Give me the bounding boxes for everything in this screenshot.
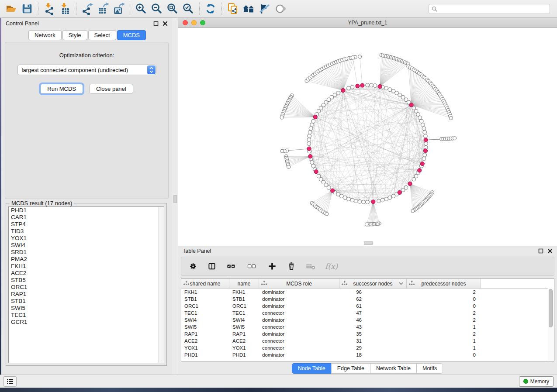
ring-node[interactable] <box>307 142 311 146</box>
delete-table-icon[interactable] <box>305 262 316 271</box>
mcds-result-item[interactable]: RAP1 <box>9 291 164 298</box>
equation-builder-icon[interactable]: f(x) <box>325 262 338 271</box>
table-row[interactable]: YOX1YOX1connector291 <box>181 344 554 351</box>
ring-node[interactable] <box>388 88 392 92</box>
edge[interactable] <box>410 184 427 199</box>
ring-node[interactable] <box>309 127 313 131</box>
dominator-node[interactable] <box>418 168 422 172</box>
ring-node[interactable] <box>401 188 405 192</box>
memory-button[interactable]: Memory <box>519 376 554 387</box>
mcds-result-item[interactable]: CAR1 <box>9 214 164 221</box>
edge[interactable] <box>380 61 401 87</box>
dominator-node[interactable] <box>371 200 375 204</box>
edge[interactable] <box>318 71 343 90</box>
column-header-predecessor-nodes[interactable]: predecessor nodes <box>407 279 481 288</box>
close-panel-icon[interactable] <box>547 248 553 254</box>
table-scrollbar-thumb[interactable] <box>549 289 553 327</box>
ring-node[interactable] <box>308 131 312 134</box>
leaf-node[interactable] <box>365 223 368 226</box>
edge[interactable] <box>360 57 363 86</box>
dominator-node[interactable] <box>313 115 317 119</box>
dominator-node[interactable] <box>308 155 312 158</box>
ring-node[interactable] <box>308 134 311 138</box>
ring-node[interactable] <box>347 86 351 90</box>
tab-edge-table[interactable]: Edge Table <box>331 363 370 374</box>
edge[interactable] <box>380 62 404 87</box>
ring-node[interactable] <box>384 197 388 201</box>
table-row[interactable]: ORC1ORC1dominator610 <box>181 303 554 309</box>
mcds-result-item[interactable]: FKH1 <box>9 263 164 270</box>
tab-select[interactable]: Select <box>88 30 116 40</box>
open-session-button[interactable] <box>3 2 19 16</box>
ring-node[interactable] <box>420 119 424 123</box>
dominator-node[interactable] <box>408 182 412 186</box>
edge[interactable] <box>288 102 315 117</box>
ring-node[interactable] <box>366 200 370 204</box>
ring-node[interactable] <box>381 198 384 202</box>
mcds-result-item[interactable]: SWI5 <box>9 305 164 312</box>
close-window-icon[interactable] <box>183 20 188 25</box>
edge[interactable] <box>292 96 315 117</box>
mcds-result-item[interactable]: PHD1 <box>9 207 164 214</box>
float-panel-icon[interactable] <box>538 248 543 254</box>
export-network-button[interactable] <box>80 2 95 16</box>
ring-node[interactable] <box>421 123 425 127</box>
ring-node[interactable] <box>307 138 311 142</box>
tab-mcds[interactable]: MCDS <box>117 30 146 40</box>
edge[interactable] <box>313 75 343 90</box>
edge[interactable] <box>310 78 343 90</box>
table-row[interactable]: PHD1PHD1dominator180 <box>181 351 554 358</box>
ring-node[interactable] <box>377 199 381 203</box>
mcds-result-item[interactable]: PMA2 <box>9 256 164 263</box>
leaf-node[interactable] <box>351 56 354 59</box>
mcds-result-list[interactable]: PHD1CAR1STP4TID3YOX1SWI4SRD1PMA2FKH1ACE2… <box>8 206 164 363</box>
leaf-node[interactable] <box>280 149 284 153</box>
table-row[interactable]: SWI4SWI4dominator462 <box>181 316 554 323</box>
ring-node[interactable] <box>317 174 321 178</box>
ring-node[interactable] <box>388 196 392 200</box>
table-row[interactable]: SWI5SWI5connector431 <box>181 323 554 330</box>
table-scrollbar[interactable] <box>548 288 554 361</box>
dominator-node[interactable] <box>423 149 427 153</box>
close-panel-button[interactable]: Close panel <box>89 84 133 94</box>
delete-row-trash-icon[interactable] <box>287 261 296 272</box>
tab-node-table[interactable]: Node Table <box>292 363 332 374</box>
search-input[interactable] <box>439 5 547 12</box>
zoom-in-button[interactable] <box>133 2 149 16</box>
ring-node[interactable] <box>384 86 388 90</box>
ring-node[interactable] <box>424 142 428 146</box>
deselect-all-icon[interactable] <box>246 261 258 271</box>
edge[interactable] <box>380 63 407 86</box>
mcds-list-scrollbar[interactable] <box>158 207 164 363</box>
leaf-node[interactable] <box>411 209 415 213</box>
mcds-result-item[interactable]: SRD1 <box>9 249 164 256</box>
column-header-shared-name[interactable]: shared name <box>181 279 229 288</box>
dominator-node[interactable] <box>398 190 401 194</box>
tab-network[interactable]: Network <box>28 30 62 40</box>
zoom-selected-button[interactable] <box>180 2 196 16</box>
ring-node[interactable] <box>423 131 427 134</box>
dominator-node[interactable] <box>378 85 382 89</box>
horizontal-splitter-handle[interactable] <box>364 241 373 245</box>
edge[interactable] <box>309 90 343 148</box>
leaf-node[interactable] <box>358 55 362 58</box>
ring-node[interactable] <box>422 157 426 161</box>
table-row[interactable]: TEC1TEC1connector472 <box>181 309 554 316</box>
tab-network-table[interactable]: Network Table <box>370 363 417 374</box>
clone-network-button[interactable] <box>225 2 241 16</box>
edge[interactable] <box>317 72 343 90</box>
settings-gear-icon[interactable] <box>188 261 198 271</box>
edge[interactable] <box>322 191 332 211</box>
ring-node[interactable] <box>311 119 315 123</box>
dominator-node[interactable] <box>341 89 345 93</box>
edge[interactable] <box>343 90 386 199</box>
dominator-node[interactable] <box>307 147 311 151</box>
zoom-out-button[interactable] <box>149 2 165 16</box>
ring-node[interactable] <box>347 197 351 201</box>
ring-node[interactable] <box>423 153 427 157</box>
ring-node[interactable] <box>350 198 354 202</box>
dominator-node[interactable] <box>409 103 413 107</box>
dominator-node[interactable] <box>356 84 360 88</box>
ring-node[interactable] <box>354 199 358 203</box>
ring-node[interactable] <box>343 196 347 200</box>
